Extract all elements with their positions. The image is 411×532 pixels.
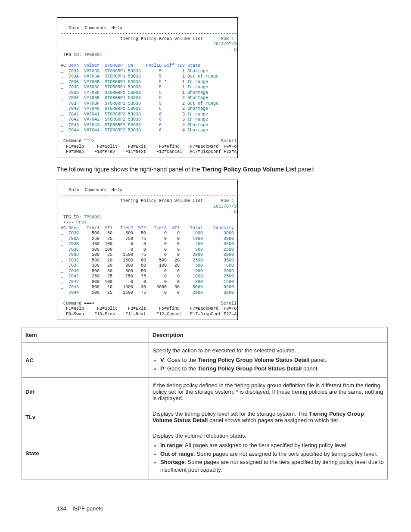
tpg-line: TPG ID: TPG0001 [61,215,102,220]
fkeys-line1: F1=Help F2=Split F3=Exit F5=Rfind F7=Bac… [61,306,238,311]
table-row: _704050050500500010002000 [61,269,234,274]
fkeys-line2: F9=Swap F10=Prev F11=Next F12=Cancel F17… [61,149,238,154]
panel2-rows: _703950050500500010003000_703A2502575075… [61,231,234,296]
menu-goto[interactable]: G [69,188,72,193]
table-row: _703950050500500010003000 [61,231,234,236]
next-line: Next ---> [61,58,238,63]
caption: The following figure shows the right-han… [57,165,389,174]
item-cell: Diff [22,378,149,406]
table-row: _703E500201500605002025003500 [61,258,234,264]
table-row: _703FV#703FSTORGRP1530385 2 Out of range [61,101,234,107]
terminal-panel-left: Goto Commands Help ---------------------… [57,17,238,158]
col-item: Item [22,327,149,343]
table-row: _7039V#7039STORGRP1530385 1 Shortage [61,69,234,75]
description-table: Item Description ACSpecify the action to… [22,327,388,479]
table-row: _703BV#703BSTORGRP1530385 *1 In range [61,80,234,85]
table-row: _703A25025750750010003000 [61,236,234,242]
table-row: ACSpecify the action to be executed for … [22,343,388,378]
table-row: _704125025750750010002500 [61,274,234,280]
table-row: _70435001015003030006050005500 [61,285,234,290]
table-row: _703DV#703DSTORGRP1530385 1 Shortage [61,90,234,96]
panel2-headers: ACDevnTier1%T1Tier2%T2Tier3%T3TotalCapac… [61,226,234,230]
page-number: 134 [57,505,66,512]
table-row: _703C30010000003002500 [61,247,234,253]
menu-commands[interactable]: C [85,26,87,31]
cmd-line[interactable]: Command ===> Scroll ===> PAGE [61,139,238,143]
menu-commands[interactable]: C [85,188,87,193]
cmd-line[interactable]: Command ===> Scroll ===> PAGE [61,301,238,306]
item-cell: AC [22,343,149,378]
table-row: _703CV#703CSTORGRP1530385 1 In range [61,85,234,90]
fkeys-line2: F9=Swap F10=Prev F11=Next F12=Cancel F17… [61,312,238,317]
desc-cell: Displays the tiering policy level set fo… [149,406,388,428]
col-desc: Description [149,327,388,343]
table-header-row: Item Description [22,327,388,343]
table-row: _7044V#7044STORGRP2530386 4 Shortage [61,128,234,134]
table-row: _703D500251500750020003000 [61,252,234,258]
table-row: _704280010000008001500 [61,280,234,285]
table-row: _703F100203006010020500800 [61,263,234,269]
dashed-divider: ----------------------------------------… [61,31,238,36]
dashed-divider: ----------------------------------------… [61,193,238,198]
fkeys-line1: F1=Help F2=Split F3=Exit F5=Rfind F7=Bac… [61,144,238,149]
prev-line: <--- Prev [61,220,87,225]
panel1-headers: ACDevnVolserSTORGRPSNPoolIDDiffTLvState [61,63,200,68]
table-row: _703EV#703ESTORGRP1530385 2 Shortage [61,96,234,101]
prev-indicator: <--- Prev [63,220,87,225]
menu-bar[interactable]: Goto Commands Help [61,188,122,193]
table-row: TLvDisplays the tiering policy level set… [22,406,388,428]
header-line1: Tiering Policy Group Volume List Row 1 t… [61,199,238,203]
section-title: ISPF panels [72,505,103,512]
header-line2: 2013/07/30 15:59:36 [61,204,238,209]
header-line2: 2013/07/30 15:59:36 [61,42,238,47]
desc-cell: If the tiering policy defined in the tie… [149,378,388,406]
item-cell: State [22,428,149,479]
menu-help[interactable]: H [112,26,114,31]
table-row: _703AV#703ASTORGRP1530385 1 Out of range [61,74,234,80]
header-line3: Unit : Page [61,209,238,214]
desc-cell: Specify the action to be executed for th… [149,343,388,378]
desc-cell: Displays the volume relocation status.In… [149,428,388,479]
menu-help[interactable]: H [112,188,114,193]
terminal-panel-right: Goto Commands Help ---------------------… [57,180,238,320]
table-row: _7040V#7040STORGRP2530386 3 Shortage [61,106,234,112]
table-row: _7043V#7043STORGRP2530386 4 Shortage [61,123,234,128]
table-row: _703B40010000004003000 [61,242,234,247]
table-row: StateDisplays the volume relocation stat… [22,428,388,479]
table-row: DiffIf the tiering policy defined in the… [22,378,388,406]
panel1-rows: _7039V#7039STORGRP1530385 1 Shortage_703… [61,69,234,134]
menu-bar[interactable]: Goto Commands Help [61,26,122,31]
header-line1: Tiering Policy Group Volume List Row 1 t… [61,37,238,41]
header-line3: Unit : Page [61,47,238,52]
page-footer: 134 ISPF panels [57,505,389,512]
table-row: _7041V#7041STORGRP2530386 3 In range [61,112,234,118]
table-row: _7044500251500750020003000 [61,290,234,296]
item-cell: TLv [22,406,149,428]
tpg-line: TPG ID: TPG0001 [61,53,102,57]
table-row: _7042V#7042STORGRP2530386 3 In range [61,117,234,123]
